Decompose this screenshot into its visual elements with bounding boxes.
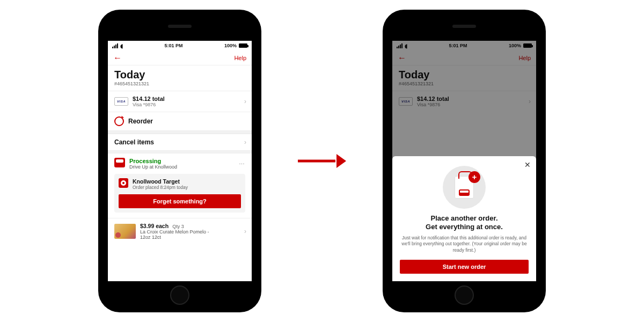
car-icon [459, 189, 470, 196]
start-new-order-sheet: ✕ + Place another order. Get everything … [392, 156, 536, 281]
item-qty: Qty 3 [172, 224, 184, 229]
product-thumbnail [114, 224, 136, 239]
order-detail-screen-with-sheet: ◖ 5:01 PM 100% ← Help Today #46545132132… [392, 41, 536, 281]
cancel-items-row[interactable]: Cancel items › [108, 134, 252, 150]
cancel-label: Cancel items [114, 138, 154, 146]
processing-status: Processing [129, 158, 177, 164]
reorder-label: Reorder [128, 118, 153, 125]
visa-icon: VISA [114, 97, 128, 106]
plus-badge-icon: + [469, 171, 480, 183]
status-time: 5:01 PM [164, 43, 182, 48]
page-title: Today [114, 69, 245, 81]
drive-up-icon [114, 158, 125, 167]
order-item-row[interactable]: $3.99 each Qty 3 La Croix Curate Melon P… [108, 218, 252, 244]
payment-card: Visa *9876 [133, 102, 165, 107]
reorder-row[interactable]: Reorder [108, 112, 252, 130]
chevron-right-icon: › [244, 98, 246, 105]
payment-row[interactable]: VISA $14.12 total Visa *9876 › [108, 91, 252, 112]
battery-icon [239, 43, 247, 48]
order-placed-time: Order placed 8:24pm today [133, 185, 188, 190]
signal-icon [112, 43, 118, 48]
chevron-right-icon: › [244, 228, 246, 235]
help-link[interactable]: Help [234, 55, 246, 61]
sheet-title-line1: Place another order. [431, 214, 498, 222]
promo-illustration: + [443, 166, 486, 209]
chevron-right-icon: › [244, 138, 246, 146]
processing-sub: Drive Up at Knollwood [129, 164, 177, 170]
transition-arrow-icon [298, 153, 346, 169]
payment-total: $14.12 total [133, 96, 165, 102]
store-name: Knollwood Target [133, 178, 188, 185]
speaker [452, 25, 476, 28]
phone-frame-right: ◖ 5:01 PM 100% ← Help Today #46545132132… [384, 11, 545, 311]
nav-bar: ← Help [108, 50, 252, 65]
more-button[interactable]: … [239, 159, 245, 165]
item-price: $3.99 each [140, 223, 169, 229]
speaker [168, 25, 192, 28]
sheet-title-line2: Get everything at once. [426, 223, 503, 231]
forget-something-button[interactable]: Forget something? [119, 194, 241, 208]
sheet-body: Just wait for notification that this add… [400, 235, 529, 253]
wifi-icon: ◖ [120, 43, 123, 49]
back-button[interactable]: ← [113, 53, 122, 63]
home-button[interactable] [455, 286, 474, 305]
close-icon[interactable]: ✕ [524, 160, 531, 169]
reorder-icon [114, 116, 124, 126]
order-id: #465451321321 [114, 81, 245, 86]
processing-block: Processing Drive Up at Knollwood … Knoll… [108, 153, 252, 218]
target-logo-icon [119, 178, 128, 188]
store-card: Knollwood Target Order placed 8:24pm tod… [114, 174, 245, 213]
home-button[interactable] [170, 286, 189, 305]
battery-percent: 100% [224, 43, 237, 48]
status-bar: ◖ 5:01 PM 100% [108, 41, 252, 50]
order-detail-screen: ◖ 5:01 PM 100% ← Help Today #46545132132… [108, 41, 252, 281]
start-new-order-button[interactable]: Start new order [400, 260, 529, 274]
phone-frame-left: ◖ 5:01 PM 100% ← Help Today #46545132132… [99, 11, 260, 311]
item-name: La Croix Curate Melon Pomelo - 12oz 12ct [140, 229, 215, 240]
